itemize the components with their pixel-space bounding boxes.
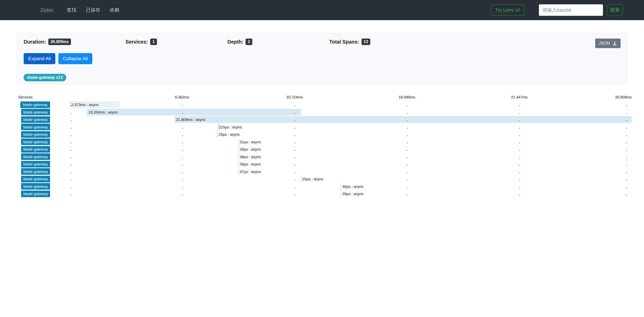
row-timeline: 36μs : async <box>70 153 632 161</box>
span-duration-bar[interactable] <box>238 168 239 175</box>
download-icon <box>612 41 617 46</box>
service-badge[interactable]: blade-gateway <box>21 131 50 138</box>
span-duration-bar[interactable] <box>341 183 341 190</box>
span-duration-bar[interactable] <box>238 138 239 145</box>
tick-dot <box>295 105 295 106</box>
depth-value-badge: 2 <box>246 39 252 45</box>
span-row[interactable]: blade-gateway29μs : async <box>0 190 644 198</box>
service-badge[interactable]: blade-gateway <box>21 146 50 153</box>
services-column-header: Services <box>18 95 33 99</box>
tick-dot <box>626 135 627 136</box>
span-duration-label: 28μs : async <box>240 146 261 153</box>
span-row[interactable]: blade-gateway31μs : async <box>0 138 644 146</box>
span-row[interactable]: blade-gateway2.373ms : async <box>0 101 644 109</box>
service-badge[interactable]: blade-gateway <box>21 116 50 123</box>
tick-dot <box>182 172 183 173</box>
service-badge[interactable]: blade-gateway <box>21 191 50 197</box>
collapse-all-button[interactable]: Collapse All <box>58 53 92 64</box>
tick-dot <box>519 195 520 195</box>
tick-dot <box>182 180 183 181</box>
row-timeline: 28μs : async <box>70 146 632 153</box>
services-label: Services: <box>126 39 148 45</box>
service-badge[interactable]: blade-gateway <box>21 176 50 182</box>
tick-dot <box>71 158 71 158</box>
service-badge[interactable]: blade-gateway <box>21 168 50 175</box>
span-duration-bar[interactable] <box>238 146 239 153</box>
tick-dot <box>626 165 627 166</box>
tick-dot <box>407 143 408 144</box>
span-row[interactable]: blade-gateway29μs : async <box>0 131 644 138</box>
tick-dot <box>407 113 408 114</box>
span-row[interactable]: blade-gateway21.809ms : async <box>0 116 644 123</box>
try-lens-ui-button[interactable]: Try Lens UI <box>491 5 525 16</box>
service-tag-blade-gateway[interactable]: blade-gateway x13 <box>24 74 66 81</box>
tick-dot <box>71 113 71 114</box>
service-badge[interactable]: blade-gateway <box>21 109 50 115</box>
span-row[interactable]: blade-gateway10.204ms : async <box>0 109 644 116</box>
span-duration-label: 2.373ms : async <box>71 101 99 109</box>
span-row[interactable]: blade-gateway25μs : async <box>0 175 644 183</box>
tick-dot <box>295 143 295 144</box>
service-badge[interactable]: blade-gateway <box>21 161 50 167</box>
row-timeline: 39μs : async <box>70 160 632 168</box>
expand-all-button[interactable]: Expand All <box>24 53 55 64</box>
tick-dot <box>407 172 408 173</box>
span-row[interactable]: blade-gateway30μs : async <box>0 183 644 190</box>
search-button[interactable]: 搜索 <box>607 4 623 16</box>
summary-total-spans: Total Spans: 13 <box>329 39 431 45</box>
tick-dot <box>626 158 627 158</box>
tick-dot <box>182 143 183 144</box>
nav-link-saved[interactable]: 已保存 <box>86 7 100 13</box>
tick-dot <box>295 165 295 166</box>
span-duration-bar[interactable] <box>301 175 301 182</box>
span-row[interactable]: blade-gateway37μs : async <box>0 168 644 175</box>
tick-dot <box>407 105 408 106</box>
span-row[interactable]: blade-gateway36μs : async <box>0 153 644 161</box>
total-spans-label: Total Spans: <box>329 39 359 45</box>
service-tag-row: blade-gateway x13 <box>24 74 621 81</box>
tick-dot <box>71 120 71 121</box>
span-duration-label: 29μs : async <box>219 131 240 138</box>
summary-services: Services: 1 <box>126 39 227 45</box>
span-duration-label: 10.204ms : async <box>88 109 118 116</box>
nav-link-dependencies[interactable]: 依赖 <box>110 7 119 13</box>
tick-dot <box>407 165 408 166</box>
nav-link-find[interactable]: 查找 <box>67 7 76 13</box>
tick-dot <box>295 158 295 158</box>
span-duration-bar[interactable] <box>217 131 218 138</box>
span-duration-label: 31μs : async <box>240 138 261 146</box>
row-timeline: 10.204ms : async <box>70 109 632 116</box>
span-duration-bar[interactable] <box>87 109 301 116</box>
span-row[interactable]: blade-gateway28μs : async <box>0 146 644 153</box>
tick-dot <box>519 135 520 136</box>
tick-dot <box>71 150 71 151</box>
json-download-button[interactable]: JSON <box>595 39 621 48</box>
row-timeline: 115μs : async <box>70 123 632 131</box>
tick-dot <box>519 113 520 114</box>
span-duration-bar[interactable] <box>238 153 239 160</box>
row-timeline: 2.373ms : async <box>70 101 632 109</box>
span-duration-bar[interactable] <box>341 190 341 197</box>
tick-dot <box>295 128 295 129</box>
service-badge[interactable]: blade-gateway <box>21 138 50 145</box>
duration-label: Duration: <box>24 39 46 45</box>
tick-dot <box>71 172 71 173</box>
tick-dot <box>519 180 520 181</box>
service-badge[interactable]: blade-gateway <box>21 153 50 160</box>
span-duration-bar[interactable] <box>238 161 239 167</box>
tick-dot <box>71 143 71 144</box>
tick-dot <box>182 105 183 106</box>
span-row[interactable]: blade-gateway115μs : async <box>0 123 644 131</box>
service-badge[interactable]: blade-gateway <box>20 101 50 108</box>
tick-dot <box>71 187 71 188</box>
tick-dot <box>519 187 520 188</box>
span-duration-bar[interactable] <box>175 116 632 123</box>
service-badge[interactable]: blade-gateway <box>21 183 50 190</box>
service-badge[interactable]: blade-gateway <box>21 124 50 130</box>
tick-dot <box>182 165 183 166</box>
span-duration-label: 21.809ms : async <box>176 116 206 123</box>
span-row[interactable]: blade-gateway39μs : async <box>0 160 644 168</box>
tick-dot <box>407 187 408 188</box>
traceid-search-input[interactable] <box>539 4 603 16</box>
brand-zipkin[interactable]: Zipkin <box>40 7 54 13</box>
